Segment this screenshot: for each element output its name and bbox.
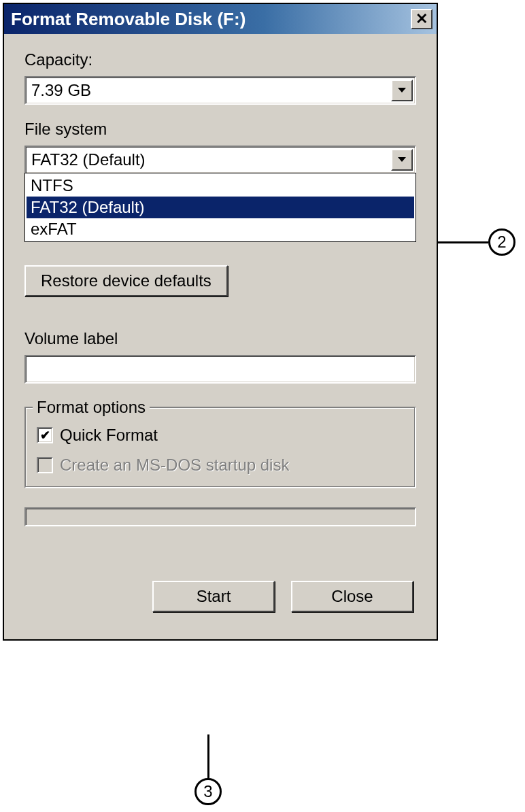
volume-label-input[interactable]	[24, 355, 416, 384]
filesystem-option-ntfs[interactable]: NTFS	[27, 175, 414, 197]
filesystem-dropdown-button[interactable]	[391, 149, 413, 171]
filesystem-dropdown-list: NTFS FAT32 (Default) exFAT	[24, 173, 416, 242]
quick-format-label: Quick Format	[60, 426, 158, 445]
filesystem-combo[interactable]: FAT32 (Default) NTFS FAT32 (Default) exF…	[24, 146, 416, 174]
capacity-value: 7.39 GB	[31, 81, 391, 100]
restore-defaults-button[interactable]: Restore device defaults	[24, 265, 228, 297]
checkmark-icon: ✔	[40, 428, 50, 443]
format-dialog: Format Removable Disk (F:) ✕ Capacity: 7…	[3, 3, 438, 641]
callout-line	[207, 734, 209, 778]
quick-format-checkbox[interactable]: ✔	[37, 427, 53, 443]
callout-line	[438, 241, 488, 243]
capacity-combo[interactable]: 7.39 GB	[24, 76, 416, 105]
chevron-down-icon	[398, 88, 406, 93]
button-row: Start Close	[24, 581, 416, 612]
start-button[interactable]: Start	[152, 581, 275, 612]
filesystem-value: FAT32 (Default)	[31, 150, 391, 169]
callout-circle-2: 2	[488, 229, 515, 256]
capacity-label: Capacity:	[24, 50, 416, 69]
chevron-down-icon	[398, 157, 406, 163]
filesystem-option-exfat[interactable]: exFAT	[27, 218, 414, 240]
close-window-button[interactable]: ✕	[411, 9, 433, 29]
filesystem-label: File system	[24, 120, 416, 139]
msdos-row: Create an MS-DOS startup disk	[37, 456, 404, 475]
callout-2: 2	[438, 229, 515, 256]
format-options-group: Format options ✔ Quick Format Create an …	[24, 407, 416, 488]
callout-circle-3: 3	[194, 778, 222, 805]
msdos-checkbox	[37, 457, 53, 473]
filesystem-option-fat32[interactable]: FAT32 (Default)	[27, 197, 414, 218]
titlebar: Format Removable Disk (F:) ✕	[4, 4, 437, 34]
progress-bar	[24, 507, 416, 526]
callout-3: 3	[194, 734, 222, 805]
svg-marker-0	[398, 88, 406, 92]
dialog-body: Capacity: 7.39 GB File system FAT32 (Def…	[4, 34, 437, 639]
svg-marker-1	[398, 157, 406, 162]
close-button[interactable]: Close	[291, 581, 413, 612]
close-icon: ✕	[416, 10, 428, 28]
quick-format-row: ✔ Quick Format	[37, 426, 404, 445]
msdos-label: Create an MS-DOS startup disk	[60, 456, 289, 475]
window-title: Format Removable Disk (F:)	[11, 9, 245, 30]
format-options-legend: Format options	[33, 398, 150, 417]
volume-label-label: Volume label	[24, 329, 416, 348]
capacity-dropdown-button[interactable]	[391, 80, 413, 101]
